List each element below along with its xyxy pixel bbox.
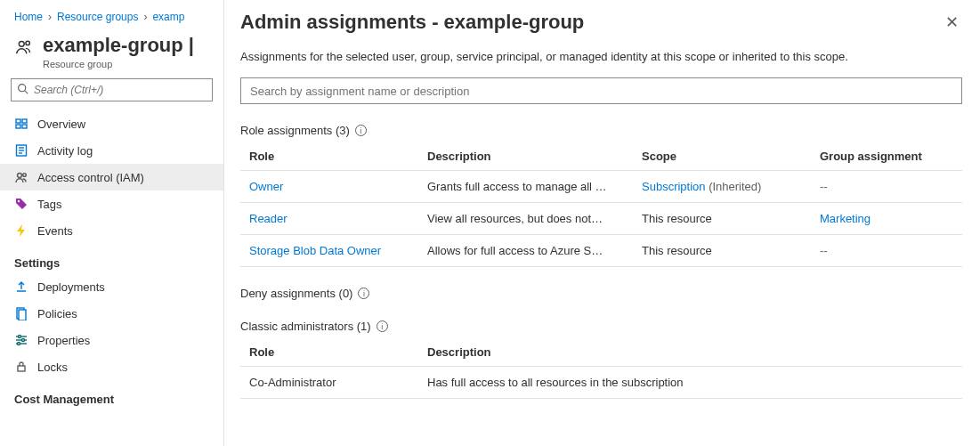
- people-icon: [14, 37, 34, 57]
- cell-description: Allows for full access to Azure S…: [418, 235, 633, 267]
- chevron-right-icon: ›: [143, 11, 147, 23]
- sidebar-item-label: Deployments: [37, 280, 105, 294]
- breadcrumb-group[interactable]: examp: [152, 11, 184, 23]
- table-row[interactable]: Reader View all resources, but does not……: [240, 203, 962, 235]
- table-row[interactable]: Storage Blob Data Owner Allows for full …: [240, 235, 962, 267]
- group-link[interactable]: Marketing: [820, 212, 871, 225]
- svg-point-1: [26, 41, 29, 45]
- cell-group: --: [811, 171, 962, 203]
- panel-search[interactable]: [240, 77, 962, 104]
- classic-admins-heading: Classic administrators (1) i: [240, 320, 962, 333]
- lightning-icon: [14, 223, 28, 238]
- col-description: Description: [418, 338, 962, 367]
- info-icon[interactable]: i: [377, 320, 388, 332]
- sidebar-section-cost: Cost Management: [0, 380, 223, 410]
- cell-scope: This resource: [633, 235, 811, 267]
- resource-group-icon: [14, 117, 28, 131]
- panel-description: Assignments for the selected user, group…: [240, 50, 962, 63]
- page-subtitle: Resource group: [0, 59, 223, 78]
- sidebar-search[interactable]: [11, 78, 213, 101]
- cell-group: Marketing: [811, 203, 962, 235]
- cell-scope: Subscription (Inherited): [633, 171, 811, 203]
- sidebar-item-label: Activity log: [37, 144, 93, 158]
- left-panel: Home › Resource groups › examp example-g…: [0, 0, 224, 446]
- sidebar-item-access-control[interactable]: Access control (IAM): [0, 164, 223, 191]
- scope-suffix: (Inherited): [706, 180, 762, 193]
- lock-icon: [14, 360, 28, 374]
- scope-link[interactable]: Subscription: [642, 180, 706, 193]
- panel-search-input[interactable]: [241, 85, 961, 98]
- role-assignments-heading-text: Role assignments (3): [240, 124, 350, 137]
- sliders-icon: [14, 333, 28, 347]
- role-assignments-table: Role Description Scope Group assignment …: [240, 142, 962, 267]
- role-assignments-heading: Role assignments (3) i: [240, 124, 962, 137]
- svg-rect-6: [16, 125, 20, 128]
- cell-group: --: [811, 235, 962, 267]
- upload-icon: [14, 280, 28, 294]
- svg-rect-7: [22, 125, 27, 128]
- sidebar-item-label: Policies: [37, 307, 77, 320]
- svg-point-0: [19, 41, 24, 46]
- role-link[interactable]: Reader: [249, 212, 288, 225]
- access-control-icon: [14, 170, 28, 184]
- sidebar-search-input[interactable]: [34, 84, 207, 96]
- sidebar-item-activity-log[interactable]: Activity log: [0, 137, 223, 164]
- svg-point-12: [18, 174, 22, 178]
- sidebar-item-events[interactable]: Events: [0, 217, 223, 244]
- cell-description: Has full access to all resources in the …: [418, 367, 962, 399]
- deny-assignments-heading: Deny assignments (0) i: [240, 287, 962, 300]
- svg-point-13: [23, 174, 27, 177]
- breadcrumb-resource-groups[interactable]: Resource groups: [57, 11, 138, 23]
- chevron-right-icon: ›: [48, 11, 52, 23]
- role-link[interactable]: Storage Blob Data Owner: [249, 244, 381, 257]
- info-icon[interactable]: i: [358, 288, 369, 299]
- sidebar-section-settings: Settings: [0, 244, 223, 273]
- table-row[interactable]: Owner Grants full access to manage all ……: [240, 171, 962, 203]
- svg-rect-4: [16, 119, 20, 123]
- col-description: Description: [418, 142, 633, 171]
- activity-log-icon: [14, 143, 28, 158]
- svg-point-18: [19, 336, 21, 338]
- cell-description: View all resources, but does not…: [418, 203, 633, 235]
- cell-role: Co-Administrator: [240, 367, 418, 399]
- breadcrumb: Home › Resource groups › examp: [0, 11, 223, 30]
- svg-point-20: [22, 339, 25, 342]
- sidebar-item-locks[interactable]: Locks: [0, 353, 223, 380]
- sidebar-item-policies[interactable]: Policies: [0, 300, 223, 327]
- policy-icon: [14, 306, 28, 320]
- sidebar-item-label: Properties: [37, 334, 90, 347]
- sidebar-item-label: Locks: [37, 361, 68, 374]
- table-row[interactable]: Co-Administrator Has full access to all …: [240, 367, 962, 399]
- classic-admins-table: Role Description Co-Administrator Has fu…: [240, 338, 962, 399]
- col-group-assignment: Group assignment: [811, 142, 962, 171]
- sidebar-item-tags[interactable]: Tags: [0, 191, 223, 217]
- svg-rect-5: [22, 119, 27, 123]
- svg-point-14: [18, 200, 20, 202]
- sidebar-item-label: Overview: [37, 118, 85, 131]
- cell-scope: This resource: [633, 203, 811, 235]
- panel-title: Admin assignments - example-group: [240, 11, 584, 34]
- svg-rect-23: [18, 366, 25, 371]
- svg-rect-16: [19, 310, 26, 320]
- svg-point-2: [19, 85, 26, 92]
- info-icon[interactable]: i: [355, 125, 367, 136]
- sidebar-item-deployments[interactable]: Deployments: [0, 273, 223, 300]
- sidebar-item-properties[interactable]: Properties: [0, 327, 223, 353]
- close-icon: ✕: [945, 13, 959, 31]
- sidebar-item-label: Events: [37, 224, 73, 238]
- role-link[interactable]: Owner: [249, 180, 283, 193]
- close-button[interactable]: ✕: [942, 11, 962, 34]
- details-panel: Admin assignments - example-group ✕ Assi…: [224, 0, 980, 446]
- col-role: Role: [240, 142, 418, 171]
- sidebar-nav: Overview Activity log Access control (IA…: [0, 110, 223, 446]
- col-scope: Scope: [633, 142, 811, 171]
- page-title: example-group |: [43, 34, 194, 57]
- sidebar-item-overview[interactable]: Overview: [0, 110, 223, 137]
- breadcrumb-home[interactable]: Home: [14, 11, 43, 23]
- cell-description: Grants full access to manage all …: [418, 171, 633, 203]
- deny-assignments-heading-text: Deny assignments (0): [240, 287, 352, 300]
- col-role: Role: [240, 338, 418, 367]
- search-icon: [17, 83, 28, 97]
- classic-admins-heading-text: Classic administrators (1): [240, 320, 371, 333]
- sidebar-item-label: Tags: [37, 198, 61, 211]
